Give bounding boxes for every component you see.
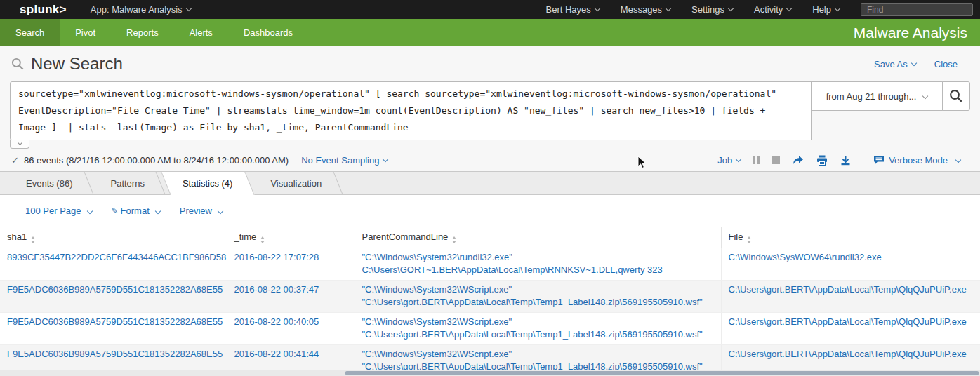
messages-menu[interactable]: Messages — [621, 4, 670, 15]
chevron-down-icon — [955, 157, 961, 163]
horizontal-scrollbar-thumb[interactable] — [345, 371, 979, 375]
page-title: New Search — [11, 54, 123, 74]
results-toolbar: 100 Per Page ✎Format Preview — [0, 195, 980, 227]
file-value[interactable]: C:\Users\gort.BERT\AppData\Local\Temp\Ql… — [729, 283, 974, 296]
file-value[interactable]: C:\Windows\SysWOW64\rundll32.exe — [729, 251, 974, 264]
job-done-check-icon: ✓ — [11, 155, 19, 166]
sha1-value[interactable]: F9E5ADC6036B989A5759D551C181352282A68E55 — [7, 316, 220, 328]
app-title: Malware Analysis — [854, 25, 967, 41]
time-range-picker[interactable]: from Aug 21 through... — [811, 81, 943, 111]
file-value[interactable]: C:\Users\gort.BERT\AppData\Local\Temp\Ql… — [729, 316, 974, 328]
app-nav-bar: Search Pivot Reports Alerts Dashboards M… — [0, 19, 980, 46]
chevron-down-icon — [835, 6, 840, 11]
search-bar-area: sourcetype="xmlwineventlog:microsoft-win… — [0, 81, 980, 149]
job-status-bar: ✓ 86 events (8/21/16 12:00:00.000 AM to … — [0, 149, 980, 172]
print-icon — [816, 155, 828, 166]
column-header-parentcommandline[interactable]: ParentCommandLine — [355, 227, 721, 248]
parentcommandline-value[interactable]: "C:\Windows\System32\rundll32.exe" — [362, 251, 714, 264]
find-input[interactable] — [861, 3, 973, 16]
search-mode-menu[interactable]: Verbose Mode — [873, 155, 960, 166]
user-menu[interactable]: Bert Hayes — [546, 4, 600, 15]
parentcommandline-value[interactable]: "C:\Windows\System32\WScript.exe" — [362, 283, 714, 296]
splunk-logo-caret-icon: > — [60, 3, 67, 16]
search-header: New Search Save As Close — [0, 46, 980, 81]
chevron-down-icon — [666, 6, 671, 11]
stop-button[interactable] — [772, 156, 780, 164]
pencil-icon: ✎ — [112, 206, 119, 216]
chevron-down-icon — [86, 208, 92, 213]
chevron-down-icon — [185, 6, 191, 11]
splunk-logo[interactable]: splunk> — [20, 3, 67, 17]
time-value[interactable]: 2016-08-22 00:37:47 — [234, 283, 347, 296]
app-menu[interactable]: App: Malware Analysis — [91, 4, 191, 15]
time-value[interactable]: 2016-08-22 17:07:28 — [234, 251, 347, 264]
chevron-down-icon — [728, 6, 734, 11]
time-value[interactable]: 2016-08-22 00:40:05 — [234, 316, 347, 328]
event-sampling-menu[interactable]: No Event Sampling — [301, 155, 388, 166]
sort-icon — [747, 236, 751, 243]
print-button[interactable] — [816, 155, 828, 166]
chevron-down-icon — [218, 208, 223, 213]
table-row: F9E5ADC6036B989A5759D551C181352282A68E55… — [0, 281, 980, 313]
column-header-sha1[interactable]: sha1 — [0, 227, 227, 248]
table-row: F9E5ADC6036B989A5759D551C181352282A68E55… — [0, 313, 980, 345]
sha1-value[interactable]: 8939CF35447B22DD2C6E6F443446ACC1BF986D58 — [7, 251, 220, 264]
results-table: sha1 _time ParentCommandLine File 8939CF… — [0, 227, 980, 376]
speech-bubble-icon — [873, 155, 885, 165]
search-bar-expand-toggle[interactable] — [10, 140, 29, 149]
format-menu[interactable]: ✎Format — [112, 206, 160, 216]
tab-visualization[interactable]: Visualization — [251, 172, 340, 194]
chevron-down-icon — [911, 60, 917, 65]
nav-item-dashboards[interactable]: Dashboards — [228, 19, 308, 46]
search-submit-button[interactable] — [942, 81, 970, 111]
chevron-down-icon — [595, 6, 600, 11]
download-icon — [840, 155, 851, 166]
chevron-down-icon — [736, 156, 741, 161]
results-tab-bar: Events (86) Patterns Statistics (4) Visu… — [0, 172, 980, 195]
nav-item-pivot[interactable]: Pivot — [60, 19, 111, 46]
tab-statistics[interactable]: Statistics (4) — [164, 172, 252, 194]
close-button[interactable]: Close — [934, 59, 958, 69]
help-menu[interactable]: Help — [812, 4, 840, 15]
tab-patterns[interactable]: Patterns — [91, 172, 163, 194]
column-header-file[interactable]: File — [721, 227, 980, 248]
pause-button[interactable] — [753, 156, 760, 164]
search-icon — [949, 89, 963, 103]
job-menu[interactable]: Job — [717, 155, 741, 166]
share-button[interactable] — [793, 155, 804, 166]
sort-icon — [452, 236, 456, 243]
parentcommandline-value[interactable]: "C:\Users\gort.BERT\AppData\Local\Temp\T… — [362, 296, 714, 309]
export-button[interactable] — [840, 155, 851, 166]
query-line: EventDescription="File Create Time" | st… — [18, 102, 803, 119]
query-line: Image ] | stats last(Image) as File by s… — [18, 119, 803, 136]
save-as-button[interactable]: Save As — [874, 59, 916, 69]
chevron-down-icon — [155, 208, 161, 213]
preview-menu[interactable]: Preview — [180, 206, 223, 216]
settings-menu[interactable]: Settings — [691, 4, 733, 15]
parentcommandline-value[interactable]: "C:\Windows\System32\WScript.exe" — [362, 316, 714, 328]
chevron-down-icon — [383, 156, 388, 161]
file-value[interactable]: C:\Users\gort.BERT\AppData\Local\Temp\Ql… — [729, 348, 974, 361]
search-query-input[interactable]: sourcetype="xmlwineventlog:microsoft-win… — [10, 81, 812, 140]
nav-item-alerts[interactable]: Alerts — [174, 19, 228, 46]
parentcommandline-value[interactable]: "C:\Windows\System32\WScript.exe" — [362, 348, 714, 361]
time-value[interactable]: 2016-08-22 00:41:44 — [234, 348, 347, 361]
parentcommandline-value[interactable]: C:\Users\GORT~1.BER\AppData\Local\Temp\R… — [362, 264, 714, 276]
share-icon — [793, 155, 804, 166]
sort-icon — [31, 236, 35, 243]
top-bar: splunk> App: Malware Analysis Bert Hayes… — [0, 0, 980, 19]
tab-events[interactable]: Events (86) — [7, 172, 91, 194]
nav-item-search[interactable]: Search — [0, 19, 60, 46]
column-header-time[interactable]: _time — [227, 227, 355, 248]
query-line: sourcetype="xmlwineventlog:microsoft-win… — [18, 86, 803, 102]
chevron-down-icon — [17, 140, 22, 145]
sha1-value[interactable]: F9E5ADC6036B989A5759D551C181352282A68E55 — [7, 283, 220, 296]
per-page-menu[interactable]: 100 Per Page — [25, 206, 92, 216]
nav-item-reports[interactable]: Reports — [111, 19, 174, 46]
sha1-value[interactable]: F9E5ADC6036B989A5759D551C181352282A68E55 — [7, 348, 220, 361]
chevron-down-icon — [922, 93, 928, 99]
search-icon — [11, 58, 25, 71]
activity-menu[interactable]: Activity — [754, 4, 791, 15]
parentcommandline-value[interactable]: "C:\Users\gort.BERT\AppData\Local\Temp\T… — [362, 328, 714, 341]
horizontal-scrollbar — [0, 370, 980, 376]
